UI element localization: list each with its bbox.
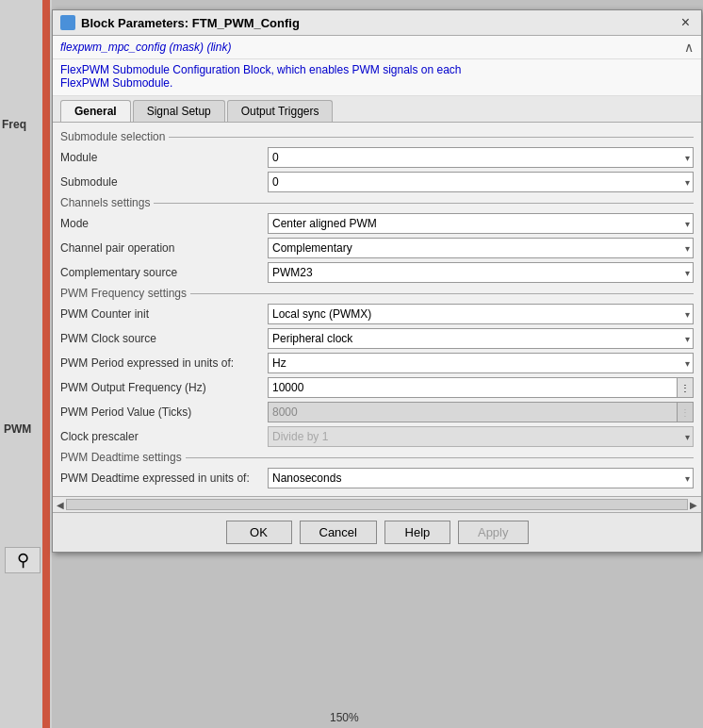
channel-pair-dropdown[interactable]: Complementary <box>268 238 694 258</box>
pwm-period-value-input <box>268 402 678 422</box>
mode-dropdown[interactable]: Center aligned PWM <box>268 213 694 234</box>
title-bar: Block Parameters: FTM_PWM_Config × <box>53 10 701 36</box>
pwm-clock-label: PWM Clock source <box>60 332 268 345</box>
scrollbar[interactable]: ◀ ▶ <box>53 496 701 512</box>
submodule-field-row: Submodule 0 <box>60 172 694 192</box>
content-area: Submodule selection Module 0 Submodule 0 <box>53 123 701 496</box>
scroll-left-btn[interactable]: ◀ <box>55 500 66 510</box>
comp-source-dropdown-wrapper: PWM23 <box>268 262 694 283</box>
channels-section-label: Channels settings <box>60 196 154 209</box>
window-title: Block Parameters: FTM_PWM_Config <box>81 16 300 30</box>
pwm-output-freq-btn[interactable]: ⋮ <box>678 377 694 398</box>
title-bar-left: Block Parameters: FTM_PWM_Config <box>60 15 300 30</box>
pwm-counter-dropdown[interactable]: Local sync (PWMX) <box>268 304 694 324</box>
pwm-counter-control: Local sync (PWMX) <box>268 304 694 324</box>
submodule-section-label: Submodule selection <box>60 130 169 143</box>
pwm-output-freq-input-group: ⋮ <box>268 377 694 398</box>
deadtime-section-header: PWM Deadtime settings <box>60 451 694 464</box>
pwm-output-freq-control: ⋮ <box>268 377 694 398</box>
pwm-output-freq-input[interactable] <box>268 377 678 398</box>
pwm-counter-label: PWM Counter init <box>60 307 268 321</box>
module-field-row: Module 0 <box>60 147 694 168</box>
deadtime-units-dropdown-wrapper: Nanoseconds <box>268 468 694 488</box>
channel-pair-label: Channel pair operation <box>60 241 268 255</box>
help-button[interactable]: Help <box>384 521 450 544</box>
mode-label: Mode <box>60 217 268 230</box>
clock-prescaler-dropdown: Divide by 1 <box>268 426 694 447</box>
pwm-period-value-btn: ⋮ <box>678 402 694 422</box>
cancel-button[interactable]: Cancel <box>300 521 377 544</box>
clock-prescaler-control: Divide by 1 <box>268 426 694 447</box>
scroll-track[interactable] <box>66 499 688 510</box>
pwm-freq-section-label: PWM Frequency settings <box>60 287 190 300</box>
submodule-dropdown[interactable]: 0 <box>268 172 694 192</box>
description: FlexPWM Submodule Configuration Block, w… <box>53 59 701 96</box>
pwm-period-units-field-row: PWM Period expressed in units of: Hz <box>60 353 694 373</box>
freq-label: Freq <box>2 118 26 131</box>
close-button[interactable]: × <box>678 14 694 31</box>
pwm-freq-section-header: PWM Frequency settings <box>60 287 694 300</box>
pwm-period-units-dropdown-wrapper: Hz <box>268 353 694 373</box>
deadtime-units-label: PWM Deadtime expressed in units of: <box>60 472 268 485</box>
deadtime-units-field-row: PWM Deadtime expressed in units of: Nano… <box>60 468 694 488</box>
submodule-section-header: Submodule selection <box>60 130 694 143</box>
module-dropdown[interactable]: 0 <box>268 147 694 168</box>
channels-section-header: Channels settings <box>60 196 694 209</box>
link-text[interactable]: flexpwm_mpc_config (mask) (link) <box>60 41 231 54</box>
module-dropdown-wrapper: 0 <box>268 147 694 168</box>
status-bar: 150% <box>330 711 359 724</box>
pwm-period-value-input-group: ⋮ <box>268 402 694 422</box>
clock-prescaler-dropdown-wrapper: Divide by 1 <box>268 426 694 447</box>
bottom-buttons-bar: OK Cancel Help Apply <box>53 512 701 552</box>
pwm-period-units-dropdown[interactable]: Hz <box>268 353 694 373</box>
channel-pair-control: Complementary <box>268 238 694 258</box>
left-strip: Freq PWM ⚲ <box>0 0 52 728</box>
tab-general[interactable]: General <box>60 100 131 122</box>
pwm-clock-control: Peripheral clock <box>268 328 694 349</box>
comp-source-label: Complementary source <box>60 266 268 279</box>
module-control: 0 <box>268 147 694 168</box>
channel-pair-dropdown-wrapper: Complementary <box>268 238 694 258</box>
clock-prescaler-field-row: Clock prescaler Divide by 1 <box>60 426 694 447</box>
pwm-output-freq-label: PWM Output Frequency (Hz) <box>60 381 268 394</box>
apply-button[interactable]: Apply <box>458 521 529 544</box>
comp-source-dropdown[interactable]: PWM23 <box>268 262 694 283</box>
module-label: Module <box>60 151 268 164</box>
pwm-clock-dropdown-wrapper: Peripheral clock <box>268 328 694 349</box>
link-bar: flexpwm_mpc_config (mask) (link) ∧ <box>53 36 701 59</box>
pwm-clock-field-row: PWM Clock source Peripheral clock <box>60 328 694 349</box>
deadtime-section-label: PWM Deadtime settings <box>60 451 186 464</box>
tab-output-triggers[interactable]: Output Triggers <box>227 100 334 122</box>
red-bar <box>42 0 50 728</box>
submodule-control: 0 <box>268 172 694 192</box>
collapse-button[interactable]: ∧ <box>684 40 694 55</box>
channel-pair-field-row: Channel pair operation Complementary <box>60 238 694 258</box>
ok-button[interactable]: OK <box>226 521 292 544</box>
tab-signal-setup[interactable]: Signal Setup <box>133 100 225 122</box>
deadtime-units-control: Nanoseconds <box>268 468 694 488</box>
pwm-clock-dropdown[interactable]: Peripheral clock <box>268 328 694 349</box>
deadtime-units-dropdown[interactable]: Nanoseconds <box>268 468 694 488</box>
comp-source-control: PWM23 <box>268 262 694 283</box>
scroll-right-btn[interactable]: ▶ <box>688 500 699 510</box>
pwm-label: PWM <box>4 422 31 436</box>
link-icon: ⚲ <box>5 547 41 573</box>
mode-field-row: Mode Center aligned PWM <box>60 213 694 234</box>
pwm-period-units-label: PWM Period expressed in units of: <box>60 356 268 370</box>
window-icon <box>60 15 75 30</box>
pwm-period-value-field-row: PWM Period Value (Ticks) ⋮ <box>60 402 694 422</box>
submodule-dropdown-wrapper: 0 <box>268 172 694 192</box>
mode-control: Center aligned PWM <box>268 213 694 234</box>
tabs-bar: General Signal Setup Output Triggers <box>53 96 701 123</box>
pwm-counter-dropdown-wrapper: Local sync (PWMX) <box>268 304 694 324</box>
pwm-counter-field-row: PWM Counter init Local sync (PWMX) <box>60 304 694 324</box>
mode-dropdown-wrapper: Center aligned PWM <box>268 213 694 234</box>
comp-source-field-row: Complementary source PWM23 <box>60 262 694 283</box>
pwm-period-value-label: PWM Period Value (Ticks) <box>60 405 268 419</box>
pwm-output-freq-field-row: PWM Output Frequency (Hz) ⋮ <box>60 377 694 398</box>
pwm-period-units-control: Hz <box>268 353 694 373</box>
pwm-period-value-control: ⋮ <box>268 402 694 422</box>
clock-prescaler-label: Clock prescaler <box>60 430 268 443</box>
submodule-label: Submodule <box>60 175 268 189</box>
main-window: Block Parameters: FTM_PWM_Config × flexp… <box>52 9 702 553</box>
